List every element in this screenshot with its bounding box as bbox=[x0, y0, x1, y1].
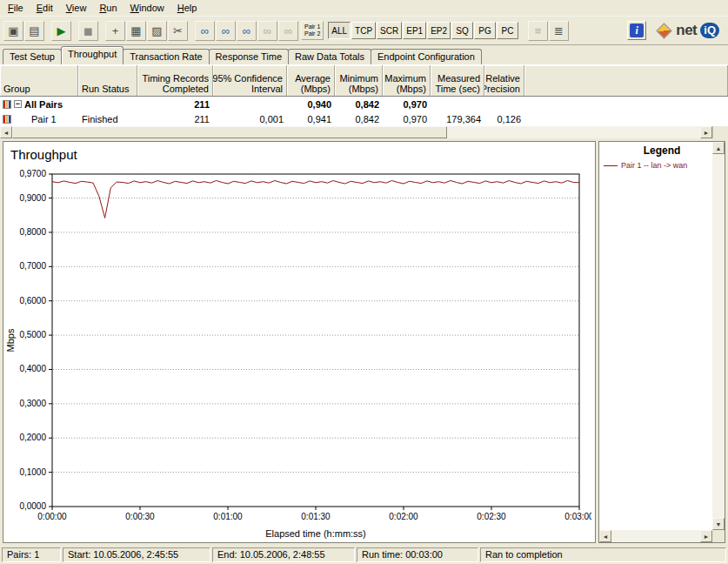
svg-text:0:03:00: 0:03:00 bbox=[564, 512, 591, 521]
pair-group-button[interactable]: ∞ bbox=[237, 21, 257, 41]
svg-text:0:02:00: 0:02:00 bbox=[389, 512, 418, 521]
info-button[interactable]: i bbox=[627, 21, 646, 40]
legend-v-scroll-track[interactable] bbox=[712, 154, 725, 518]
toolbar-separator bbox=[99, 21, 105, 40]
pair-chart-icon bbox=[3, 115, 11, 124]
filter-pg-button[interactable]: PG bbox=[474, 22, 496, 39]
view-buttons: ≡≣ bbox=[528, 21, 570, 41]
column-header-run-status[interactable]: Run Status bbox=[78, 65, 137, 96]
table-scroll-track[interactable] bbox=[447, 126, 700, 138]
svg-text:0,5000: 0,5000 bbox=[19, 330, 46, 339]
column-header-group[interactable]: Group bbox=[0, 65, 78, 96]
pair-swap-button[interactable]: ∞ bbox=[216, 21, 236, 41]
svg-text:Mbps: Mbps bbox=[5, 328, 16, 352]
svg-text:0:02:30: 0:02:30 bbox=[477, 512, 506, 521]
cut-button[interactable]: ✂ bbox=[168, 21, 188, 41]
filter-sq-button[interactable]: SQ bbox=[451, 22, 473, 39]
legend-entry[interactable]: Pair 1 -- lan -> wan bbox=[599, 157, 725, 170]
table-scroll-thumb[interactable] bbox=[12, 126, 447, 138]
svg-text:0,4000: 0,4000 bbox=[19, 364, 46, 373]
legend-scroll-up-button[interactable]: ▲ bbox=[712, 142, 725, 154]
copy-button[interactable]: ▦ bbox=[126, 21, 146, 41]
group-cell: −All Pairs bbox=[0, 99, 78, 110]
tab-test-setup[interactable]: Test Setup bbox=[3, 49, 62, 64]
column-header-average-mbps[interactable]: Average(Mbps) bbox=[287, 65, 335, 96]
column-header-measured-time-sec[interactable]: MeasuredTime (sec) bbox=[431, 65, 484, 96]
column-header-maximum-mbps[interactable]: Maximum(Mbps) bbox=[383, 65, 431, 96]
menu-edit[interactable]: Edit bbox=[30, 1, 60, 15]
filter-tcp-button[interactable]: TCP bbox=[351, 22, 376, 39]
filter-ep2-button[interactable]: EP2 bbox=[427, 22, 451, 39]
run-test-button[interactable]: ▶ bbox=[51, 21, 71, 41]
filter-all-button[interactable]: ALL bbox=[328, 22, 351, 39]
pair-link-disabled-icon: ∞ bbox=[264, 25, 271, 37]
tab-throughput[interactable]: Throughput bbox=[61, 46, 124, 64]
table-row-pair-1[interactable]: Pair 1Finished2110,0010,9410,8420,970179… bbox=[0, 111, 728, 126]
list-view-button: ≡ bbox=[528, 21, 548, 41]
filter-ep1-button[interactable]: EP1 bbox=[403, 22, 426, 39]
filter-scr-button[interactable]: SCR bbox=[377, 22, 402, 39]
tab-endpoint-configuration[interactable]: Endpoint Configuration bbox=[371, 49, 482, 64]
print-button[interactable]: ▤ bbox=[24, 21, 44, 41]
status-bar: Pairs: 1Start: 10.05.2006, 2:45:55End: 1… bbox=[0, 546, 728, 564]
legend-scroll-right-button[interactable]: ► bbox=[700, 530, 712, 542]
table-scroll-left-button[interactable]: ◄ bbox=[0, 126, 12, 138]
tab-transaction-rate[interactable]: Transaction Rate bbox=[123, 49, 209, 64]
legend-h-scrollbar: ◄ ► bbox=[599, 530, 712, 542]
legend-h-scroll-track[interactable] bbox=[611, 530, 700, 542]
paste-button[interactable]: ▨ bbox=[147, 21, 167, 41]
column-header-timing-records-completed[interactable]: Timing RecordsCompleted bbox=[137, 65, 213, 96]
toolbar: ▣▤▶◼+▦▨✂∞∞∞∞∞ Pair 1 Pair 2 ALLTCPSCREP1… bbox=[0, 17, 728, 45]
status-segment-3: Run time: 00:03:00 bbox=[357, 547, 478, 562]
legend-panel: Legend Pair 1 -- lan -> wan ▲ ▼ ◄ ► bbox=[598, 141, 725, 543]
legend-scroll-down-button[interactable]: ▼ bbox=[712, 518, 725, 530]
tab-raw-data-totals[interactable]: Raw Data Totals bbox=[288, 49, 371, 64]
legend-entries: Pair 1 -- lan -> wan bbox=[599, 157, 725, 170]
column-header-95-confidence-interval[interactable]: 95% ConfidenceInterval bbox=[213, 65, 287, 96]
stop-button[interactable]: ◼ bbox=[78, 21, 98, 41]
legend-v-scrollbar: ▲ ▼ bbox=[712, 142, 725, 530]
menu-view[interactable]: View bbox=[60, 1, 94, 15]
filter-buttons: ALLTCPSCREP1EP2SQPGPC bbox=[328, 22, 519, 39]
pair-group-icon: ∞ bbox=[243, 25, 250, 37]
toolbar-separator bbox=[72, 21, 78, 40]
menu-help[interactable]: Help bbox=[171, 1, 204, 15]
paste-icon: ▨ bbox=[151, 25, 162, 37]
svg-text:0,8000: 0,8000 bbox=[19, 227, 46, 237]
svg-text:0,2000: 0,2000 bbox=[19, 433, 46, 442]
new-test-button[interactable]: ▣ bbox=[3, 21, 23, 41]
svg-text:0,9700: 0,9700 bbox=[19, 169, 46, 178]
legend-title: Legend bbox=[599, 142, 725, 157]
pair-link-button[interactable]: ∞ bbox=[195, 21, 215, 41]
pair-link-icon: ∞ bbox=[201, 25, 209, 37]
copy-icon: ▦ bbox=[130, 25, 141, 37]
table-row-all-pairs[interactable]: −All Pairs2110,9400,8420,970 bbox=[0, 97, 728, 111]
toolbar-separator bbox=[189, 21, 195, 40]
arrow-left-icon: ◄ bbox=[603, 534, 609, 540]
expander-icon[interactable]: − bbox=[14, 100, 22, 108]
logo-net-text: net bbox=[676, 22, 697, 39]
details-view-button[interactable]: ≣ bbox=[549, 21, 569, 41]
menu-window[interactable]: Window bbox=[124, 1, 171, 15]
svg-text:Elapsed time (h:mm:ss): Elapsed time (h:mm:ss) bbox=[265, 528, 366, 539]
results-table: GroupRun StatusTiming RecordsCompleted95… bbox=[0, 64, 728, 138]
chart-title: Throughput bbox=[3, 142, 595, 162]
pair1-pair2-button[interactable]: Pair 1 Pair 2 bbox=[301, 21, 324, 40]
legend-line-sample bbox=[604, 165, 618, 166]
filter-pc-button[interactable]: PC bbox=[497, 22, 518, 39]
svg-text:0,1000: 0,1000 bbox=[19, 467, 46, 477]
svg-text:0,0000: 0,0000 bbox=[19, 501, 46, 511]
column-header-filler bbox=[524, 65, 728, 96]
arrow-up-icon: ▲ bbox=[716, 145, 722, 151]
toolbar-icon-groups: ▣▤▶◼+▦▨✂∞∞∞∞∞ bbox=[3, 21, 299, 41]
table-scroll-right-button[interactable]: ► bbox=[700, 126, 712, 138]
netiq-cube-icon bbox=[657, 23, 672, 38]
legend-scroll-left-button[interactable]: ◄ bbox=[599, 530, 611, 542]
menu-run[interactable]: Run bbox=[93, 1, 124, 15]
chariot-window: FileEditViewRunWindowHelp ▣▤▶◼+▦▨✂∞∞∞∞∞ … bbox=[0, 0, 728, 564]
column-header-relative-precision[interactable]: RelativePrecision bbox=[484, 65, 524, 96]
menu-file[interactable]: File bbox=[2, 1, 30, 15]
tab-response-time[interactable]: Response Time bbox=[209, 49, 289, 64]
add-pair-button[interactable]: + bbox=[105, 21, 125, 41]
column-header-minimum-mbps[interactable]: Minimum(Mbps) bbox=[335, 65, 383, 96]
